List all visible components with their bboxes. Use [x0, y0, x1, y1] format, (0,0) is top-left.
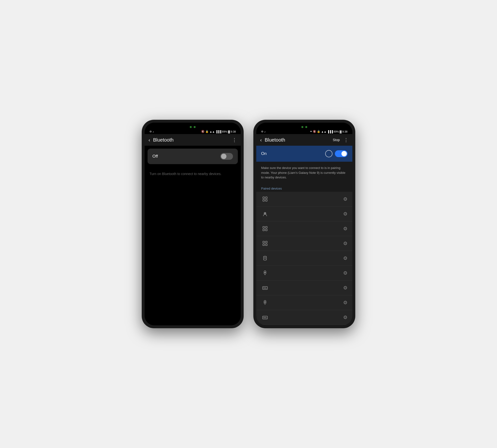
toggle-label-right: On	[261, 151, 267, 156]
toggle-knob-left	[221, 154, 226, 159]
app-title-left: Bluetooth	[153, 137, 232, 143]
toggle-circle-button[interactable]	[325, 150, 332, 157]
paired-item-1[interactable]: ⚙	[256, 192, 352, 207]
notification-icon: ⊖	[150, 130, 152, 133]
camera-dot-1	[190, 126, 192, 128]
status-left-right: ⊖ ♪	[261, 130, 266, 133]
bluetooth-off-description: Turn on Bluetooth to connect to nearby d…	[145, 167, 241, 181]
paired-devices-list: ⚙	[256, 192, 352, 325]
bluetooth-toggle-row-left[interactable]: Off	[148, 149, 238, 164]
back-button-right[interactable]: ‹	[260, 137, 262, 143]
svg-rect-12	[263, 244, 265, 246]
paired-item-4[interactable]: ⚙	[256, 236, 352, 251]
svg-rect-8	[263, 229, 265, 231]
device-icon-1	[261, 195, 269, 203]
screen-content-right: On Make sure the device you want to conn…	[256, 146, 352, 325]
svg-rect-11	[265, 241, 267, 243]
svg-rect-13	[265, 244, 267, 246]
paired-item-left-2	[261, 210, 269, 218]
more-button-left[interactable]: ⋮	[232, 137, 237, 143]
paired-item-9[interactable]: ⚙	[256, 310, 352, 325]
gear-icon-9[interactable]: ⚙	[343, 314, 347, 320]
toggle-switch-left[interactable]	[220, 153, 233, 160]
time-right: 9:38	[343, 130, 347, 133]
camera-dot-r1	[301, 126, 303, 128]
paired-item-left-3	[261, 225, 269, 232]
lock-icon: 🔒	[205, 130, 209, 133]
paired-item-5[interactable]: ⚙	[256, 251, 352, 266]
wifi-icon-r: ▲▲	[321, 130, 326, 133]
music-icon: ♪	[153, 130, 154, 133]
gear-icon-4[interactable]: ⚙	[343, 240, 347, 246]
notification-icon-r: ⊖	[261, 130, 263, 133]
gear-icon-2[interactable]: ⚙	[343, 211, 347, 217]
gear-icon-7[interactable]: ⚙	[343, 285, 347, 291]
bluetooth-info-text: Make sure the device you want to connect…	[256, 162, 352, 184]
svg-rect-20	[263, 287, 267, 289]
gear-icon-1[interactable]: ⚙	[343, 196, 347, 202]
music-icon-r: ♪	[264, 130, 266, 133]
time-left: 9:38	[231, 130, 236, 133]
signal-icon: ▐▐▐	[216, 130, 221, 133]
paired-item-left-4	[261, 240, 269, 247]
paired-item-left-1	[261, 195, 269, 203]
status-right-right: ✦ 🔇 🔒 ▲▲ ▐▐▐ 89% ▓ 9:38	[310, 130, 347, 133]
svg-point-19	[265, 272, 265, 273]
svg-rect-0	[263, 197, 265, 199]
signal-icon-r: ▐▐▐	[327, 130, 333, 133]
paired-item-8[interactable]: ⚙	[256, 295, 352, 310]
device-icon-7	[261, 284, 269, 292]
svg-rect-9	[265, 229, 267, 231]
app-bar-actions-right: Stop ⋮	[333, 137, 348, 143]
svg-point-27	[265, 302, 265, 302]
paired-item-left-6	[261, 269, 269, 277]
lock-icon-r: 🔒	[317, 130, 320, 133]
status-bar-left: ⊖ ♪ 🔇 🔒 ▲▲ ▐▐▐ 89% ▓ 9:38	[145, 129, 241, 134]
stop-button[interactable]: Stop	[333, 138, 340, 142]
device-icon-5	[261, 254, 269, 262]
device-icon-3	[261, 225, 269, 232]
svg-point-5	[265, 213, 265, 214]
more-button-right[interactable]: ⋮	[344, 137, 348, 143]
toggle-knob-right	[342, 151, 347, 156]
bluetooth-icon: ✦	[310, 130, 312, 133]
bluetooth-toggle-row-right[interactable]: On	[256, 146, 352, 162]
gear-icon-5[interactable]: ⚙	[343, 255, 347, 261]
device-icon-9	[261, 313, 269, 321]
paired-section-label: Paired devices	[256, 184, 352, 192]
silent-icon: 🔇	[201, 130, 205, 133]
camera-area-right	[256, 123, 352, 129]
paired-item-7[interactable]: ⚙	[256, 280, 352, 295]
app-title-right: Bluetooth	[265, 137, 333, 143]
status-bar-right: ⊖ ♪ ✦ 🔇 🔒 ▲▲ ▐▐▐ 89% ▓ 9:38	[256, 129, 352, 134]
status-left-left: ⊖ ♪	[150, 130, 154, 133]
toggle-switch-right[interactable]	[335, 150, 347, 157]
paired-item-2[interactable]: ⚙	[256, 207, 352, 221]
wifi-icon: ▲▲	[209, 130, 215, 133]
battery-icon: ▓	[228, 130, 230, 133]
svg-rect-28	[263, 316, 267, 319]
back-button-left[interactable]: ‹	[149, 137, 150, 143]
camera-dot-r2	[305, 126, 307, 128]
device-icon-4	[261, 240, 269, 247]
gear-icon-3[interactable]: ⚙	[343, 226, 347, 232]
svg-rect-10	[263, 241, 265, 243]
paired-item-6[interactable]: ⚙	[256, 266, 352, 280]
phones-container: ⊖ ♪ 🔇 🔒 ▲▲ ▐▐▐ 89% ▓ 9:38 ‹ Bluetooth	[142, 120, 355, 328]
device-icon-6	[261, 269, 269, 277]
toggle-label-left: Off	[152, 154, 158, 159]
svg-rect-6	[263, 226, 265, 228]
screen-content-left: Off Turn on Bluetooth to connect to near…	[145, 146, 241, 325]
battery-text: 89%	[222, 130, 227, 133]
gear-icon-8[interactable]: ⚙	[343, 300, 347, 305]
svg-rect-2	[263, 200, 265, 201]
svg-rect-14	[264, 256, 266, 260]
device-icon-2	[261, 210, 269, 218]
paired-item-left-8	[261, 299, 269, 306]
battery-icon-r: ▓	[340, 130, 342, 133]
silent-icon-r: 🔇	[313, 130, 316, 133]
status-right-left: 🔇 🔒 ▲▲ ▐▐▐ 89% ▓ 9:38	[201, 130, 236, 133]
gear-icon-6[interactable]: ⚙	[343, 270, 347, 276]
paired-item-left-7	[261, 284, 269, 292]
paired-item-3[interactable]: ⚙	[256, 221, 352, 236]
